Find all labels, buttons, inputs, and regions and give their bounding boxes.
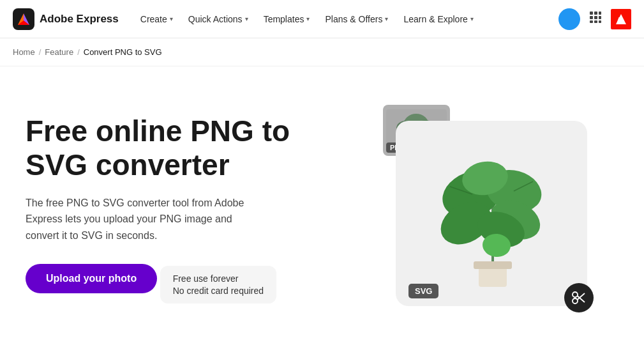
chevron-down-icon: ▾ (245, 15, 248, 22)
svg-rect-8 (594, 16, 597, 19)
user-avatar[interactable] (558, 8, 580, 30)
nav-right: A (558, 8, 631, 30)
nav-plans[interactable]: Plans & Offers ▾ (318, 10, 394, 28)
logo-icon (13, 8, 34, 30)
navbar: Adobe Express Create ▾ Quick Actions ▾ T… (0, 0, 644, 38)
svg-rect-10 (590, 20, 593, 23)
hero-left: Free online PNG to SVG converter The fre… (26, 114, 345, 307)
logo-link[interactable]: Adobe Express (13, 8, 119, 30)
breadcrumb-home[interactable]: Home (13, 47, 35, 57)
free-line1: Free use forever (173, 273, 264, 284)
nav-links: Create ▾ Quick Actions ▾ Templates ▾ Pla… (134, 10, 558, 28)
upload-button[interactable]: Upload your photo (26, 264, 157, 293)
breadcrumb-separator: / (39, 47, 41, 57)
svg-rect-11 (594, 20, 597, 23)
nav-learn[interactable]: Learn & Explore ▾ (397, 10, 479, 28)
nav-templates[interactable]: Templates ▾ (257, 10, 317, 28)
svg-rect-4 (590, 12, 593, 15)
apps-grid-icon[interactable] (589, 11, 602, 27)
nav-create[interactable]: Create ▾ (134, 10, 179, 28)
chevron-down-icon: ▾ (306, 15, 310, 22)
svg-card: SVG (396, 121, 587, 306)
adobe-logo-icon[interactable]: A (611, 9, 631, 29)
svg-label: SVG (408, 284, 438, 298)
svg-rect-22 (474, 261, 512, 269)
breadcrumb-separator: / (77, 47, 80, 57)
svg-rect-6 (599, 12, 601, 15)
scissors-icon[interactable] (564, 283, 594, 312)
svg-point-34 (573, 298, 578, 304)
brand-name: Adobe Express (40, 13, 119, 26)
svg-rect-12 (599, 20, 601, 23)
plant-illustration (402, 130, 581, 296)
svg-rect-7 (590, 16, 593, 19)
breadcrumb: Home / Feature / Convert PNG to SVG (0, 38, 644, 66)
adobe-express-logo-svg (17, 12, 31, 26)
free-line2: No credit card required (173, 286, 264, 296)
chevron-down-icon: ▾ (385, 15, 388, 22)
svg-point-33 (573, 292, 578, 297)
chevron-down-icon: ▾ (470, 15, 474, 22)
hero-title: Free online PNG to SVG converter (26, 114, 345, 182)
svg-rect-5 (594, 12, 597, 15)
hero-description: The free PNG to SVG converter tool from … (26, 195, 268, 244)
breadcrumb-current: Convert PNG to SVG (84, 47, 162, 57)
nav-quick-actions[interactable]: Quick Actions ▾ (182, 10, 255, 28)
breadcrumb-feature[interactable]: Feature (45, 47, 73, 57)
chevron-down-icon: ▾ (170, 15, 173, 22)
hero-image-area: PNG (383, 102, 600, 319)
free-badge: Free use forever No credit card required (160, 266, 276, 304)
svg-rect-9 (599, 16, 601, 19)
svg-text:A: A (617, 15, 623, 25)
main-content: Free online PNG to SVG converter The fre… (0, 66, 644, 354)
